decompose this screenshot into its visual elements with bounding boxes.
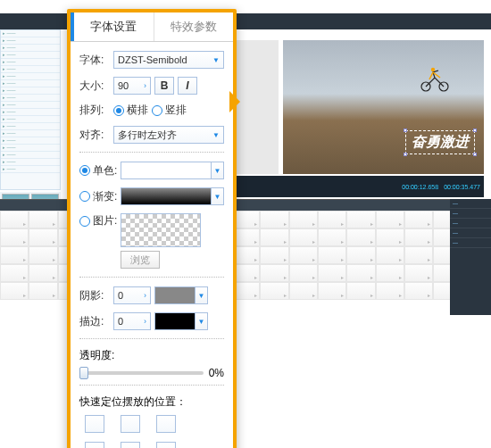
label-shadow: 阴影:	[79, 288, 110, 303]
opacity-slider[interactable]	[79, 371, 204, 375]
bg-right-panel: —————	[450, 199, 491, 315]
callout-arrow-icon	[229, 91, 251, 112]
bold-button[interactable]: B	[154, 77, 174, 95]
font-select[interactable]: DZST-Semibold ▼	[113, 51, 224, 69]
label-size: 大小:	[79, 79, 110, 94]
align-select[interactable]: 多行时左对齐 ▼	[113, 126, 224, 144]
label-font: 字体:	[79, 53, 110, 68]
label-align: 对齐:	[79, 128, 110, 143]
pos-mid-left[interactable]	[85, 442, 104, 448]
position-grid	[85, 415, 224, 448]
radio-vertical[interactable]: 竖排	[152, 103, 187, 118]
image-fill-preview	[121, 213, 201, 247]
radio-icon	[79, 165, 90, 176]
tab-font-settings[interactable]: 字体设置	[71, 12, 154, 41]
solid-color-swatch[interactable]: ▼	[121, 162, 224, 179]
browse-button[interactable]: 浏览	[121, 251, 160, 269]
divider	[79, 338, 224, 339]
cyclist-graphic	[417, 65, 453, 92]
svg-point-2	[431, 68, 435, 71]
chevron-down-icon: ▼	[211, 162, 223, 178]
pos-top-left[interactable]	[85, 415, 104, 433]
align-value: 多行时左对齐	[118, 129, 177, 142]
radio-gradient[interactable]: 渐变:	[79, 189, 117, 204]
timecode-b: 00:00:35.477	[444, 184, 480, 190]
radio-image-fill[interactable]: 图片:	[79, 213, 117, 228]
font-settings-panel: 字体设置 特效参数 字体: DZST-Semibold ▼ 大小: 90 › B…	[67, 9, 237, 448]
pos-top-center[interactable]	[121, 415, 140, 433]
label-opacity: 透明度:	[79, 348, 224, 363]
pos-mid-right[interactable]	[156, 442, 176, 448]
timecode-bar: 00:00:12.658 00:00:35.477	[236, 176, 484, 197]
label-arrange: 排列:	[79, 103, 110, 118]
size-stepper[interactable]: 90 ›	[113, 77, 151, 95]
radio-icon	[152, 105, 162, 116]
stroke-stepper[interactable]: 0›	[113, 312, 151, 330]
timecode-a: 00:00:12.658	[402, 184, 438, 190]
spinner-icon: ›	[142, 317, 148, 326]
slider-thumb[interactable]	[79, 367, 88, 379]
pos-mid-center[interactable]	[121, 442, 140, 448]
chevron-down-icon: ▼	[211, 56, 221, 64]
spinner-icon: ›	[142, 81, 148, 90]
chevron-down-icon: ▼	[211, 131, 221, 139]
tab-effect-params[interactable]: 特效参数	[154, 12, 234, 41]
preview-viewport: 奋勇激进	[283, 40, 484, 174]
chevron-down-icon: ▼	[211, 188, 223, 204]
label-stroke: 描边:	[79, 314, 110, 329]
divider	[79, 277, 224, 278]
stroke-color-swatch[interactable]: ▼	[154, 312, 208, 330]
size-value: 90	[118, 80, 129, 91]
overlay-text: 奋勇激进	[412, 134, 469, 149]
pos-top-right[interactable]	[156, 415, 176, 433]
spinner-icon: ›	[142, 291, 148, 300]
shadow-stepper[interactable]: 0›	[113, 286, 151, 304]
shadow-color-swatch[interactable]: ▼	[154, 286, 208, 304]
chevron-down-icon: ▼	[195, 287, 207, 303]
label-quickpos: 快速定位摆放的位置：	[79, 394, 224, 410]
divider	[79, 385, 224, 386]
italic-button[interactable]: I	[178, 77, 197, 95]
gradient-swatch[interactable]: ▼	[121, 187, 224, 205]
radio-icon	[79, 216, 90, 227]
radio-icon	[113, 105, 124, 116]
opacity-value: 0%	[209, 367, 224, 379]
text-overlay-box[interactable]: 奋勇激进	[405, 130, 475, 154]
chevron-down-icon: ▼	[195, 313, 207, 329]
radio-solid-color[interactable]: 单色:	[79, 163, 117, 178]
radio-icon	[79, 191, 90, 202]
panel-tabs: 字体设置 特效参数	[71, 12, 233, 42]
font-select-value: DZST-Semibold	[118, 54, 187, 65]
radio-horizontal[interactable]: 横排	[113, 103, 148, 118]
divider	[79, 152, 224, 153]
bg-left-tree: ▸ ——▸ ——▸ ——▸ ——▸ ——▸ ——▸ ——▸ ——▸ ——▸ ——…	[0, 29, 61, 190]
